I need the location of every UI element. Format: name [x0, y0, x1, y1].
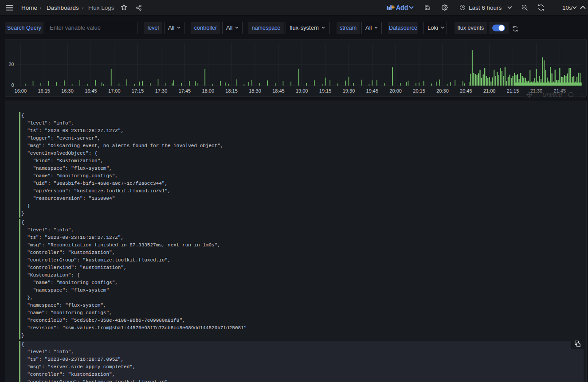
- svg-text:19:00: 19:00: [296, 88, 308, 94]
- svg-text:20:00: 20:00: [389, 88, 402, 94]
- svg-text:17:30: 17:30: [155, 88, 168, 94]
- svg-text:16:15: 16:15: [38, 88, 50, 94]
- svg-text:18:30: 18:30: [249, 88, 261, 94]
- svg-text:20:30: 20:30: [436, 88, 449, 94]
- svg-text:19:30: 19:30: [343, 88, 355, 94]
- svg-text:21:00: 21:00: [483, 88, 496, 94]
- svg-text:16:45: 16:45: [85, 88, 97, 94]
- svg-text:16:00: 16:00: [15, 88, 27, 94]
- svg-text:17:00: 17:00: [108, 88, 121, 94]
- svg-text:0: 0: [11, 82, 14, 88]
- svg-text:19:45: 19:45: [366, 88, 379, 94]
- svg-text:20:15: 20:15: [413, 88, 425, 94]
- svg-text:20:45: 20:45: [460, 88, 472, 94]
- svg-text:17:45: 17:45: [179, 88, 191, 94]
- svg-text:19:15: 19:15: [319, 88, 332, 94]
- svg-text:16:30: 16:30: [61, 88, 74, 94]
- svg-text:18:45: 18:45: [272, 88, 285, 94]
- svg-text:20: 20: [8, 62, 14, 67]
- svg-text:18:15: 18:15: [225, 88, 238, 94]
- svg-text:17:15: 17:15: [132, 88, 144, 94]
- svg-text:21:15: 21:15: [507, 88, 519, 94]
- svg-text:18:00: 18:00: [202, 88, 215, 94]
